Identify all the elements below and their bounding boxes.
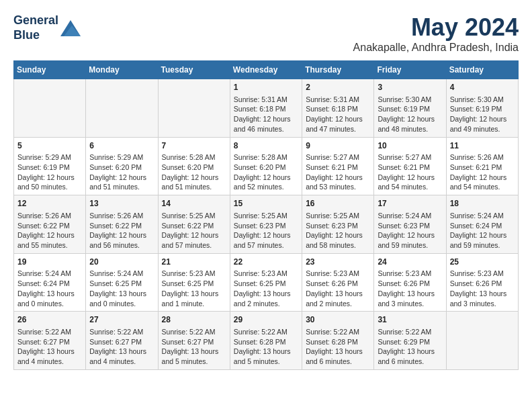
day-number: 14 <box>162 198 226 210</box>
day-info: Sunrise: 5:27 AM Sunset: 6:21 PM Dayligh… <box>306 153 363 191</box>
day-number: 12 <box>17 198 82 210</box>
day-info: Sunrise: 5:31 AM Sunset: 6:18 PM Dayligh… <box>306 95 363 133</box>
calendar-cell: 23Sunrise: 5:23 AM Sunset: 6:26 PM Dayli… <box>302 253 374 312</box>
calendar-week-row: 19Sunrise: 5:24 AM Sunset: 6:24 PM Dayli… <box>14 253 519 312</box>
day-number: 28 <box>162 314 226 326</box>
calendar-cell: 16Sunrise: 5:25 AM Sunset: 6:23 PM Dayli… <box>302 195 374 254</box>
day-number: 27 <box>89 314 154 326</box>
weekday-header-friday: Friday <box>374 61 446 79</box>
day-number: 1 <box>234 82 298 93</box>
calendar-cell: 5Sunrise: 5:29 AM Sunset: 6:19 PM Daylig… <box>14 137 86 195</box>
day-info: Sunrise: 5:22 AM Sunset: 6:27 PM Dayligh… <box>162 328 219 365</box>
calendar-cell: 1Sunrise: 5:31 AM Sunset: 6:18 PM Daylig… <box>230 79 302 138</box>
calendar-cell: 15Sunrise: 5:25 AM Sunset: 6:23 PM Dayli… <box>230 195 302 254</box>
day-number: 13 <box>89 198 154 210</box>
calendar-cell: 29Sunrise: 5:22 AM Sunset: 6:28 PM Dayli… <box>230 312 302 370</box>
day-info: Sunrise: 5:24 AM Sunset: 6:23 PM Dayligh… <box>378 212 435 249</box>
day-number: 20 <box>89 257 154 268</box>
day-info: Sunrise: 5:22 AM Sunset: 6:28 PM Dayligh… <box>234 328 291 365</box>
calendar-cell: 30Sunrise: 5:22 AM Sunset: 6:28 PM Dayli… <box>302 312 374 370</box>
day-info: Sunrise: 5:23 AM Sunset: 6:26 PM Dayligh… <box>306 269 363 307</box>
day-number: 10 <box>378 140 442 152</box>
logo-text: General Blue <box>13 13 58 42</box>
day-number: 6 <box>89 140 154 152</box>
day-number: 2 <box>306 82 370 93</box>
day-info: Sunrise: 5:29 AM Sunset: 6:19 PM Dayligh… <box>17 153 75 191</box>
day-info: Sunrise: 5:23 AM Sunset: 6:26 PM Dayligh… <box>378 269 435 307</box>
weekday-header-sunday: Sunday <box>14 61 86 79</box>
day-number: 3 <box>378 82 442 93</box>
day-info: Sunrise: 5:25 AM Sunset: 6:23 PM Dayligh… <box>234 212 291 249</box>
day-number: 30 <box>306 314 370 326</box>
calendar-cell: 18Sunrise: 5:24 AM Sunset: 6:24 PM Dayli… <box>446 195 518 254</box>
day-info: Sunrise: 5:25 AM Sunset: 6:23 PM Dayligh… <box>306 212 363 249</box>
day-number: 26 <box>17 314 82 326</box>
calendar-cell: 19Sunrise: 5:24 AM Sunset: 6:24 PM Dayli… <box>14 253 86 312</box>
day-info: Sunrise: 5:27 AM Sunset: 6:21 PM Dayligh… <box>378 153 435 191</box>
calendar-cell: 17Sunrise: 5:24 AM Sunset: 6:23 PM Dayli… <box>374 195 446 254</box>
day-info: Sunrise: 5:28 AM Sunset: 6:20 PM Dayligh… <box>162 153 219 191</box>
weekday-header-saturday: Saturday <box>446 61 518 79</box>
day-number: 29 <box>234 314 298 326</box>
day-number: 9 <box>306 140 370 152</box>
weekday-header-thursday: Thursday <box>302 61 374 79</box>
day-info: Sunrise: 5:24 AM Sunset: 6:25 PM Dayligh… <box>89 269 146 307</box>
calendar-cell: 8Sunrise: 5:28 AM Sunset: 6:20 PM Daylig… <box>230 137 302 195</box>
calendar-cell: 14Sunrise: 5:25 AM Sunset: 6:22 PM Dayli… <box>158 195 230 254</box>
day-number: 31 <box>378 314 442 326</box>
calendar-cell: 13Sunrise: 5:26 AM Sunset: 6:22 PM Dayli… <box>86 195 158 254</box>
calendar-cell <box>158 79 230 138</box>
day-info: Sunrise: 5:29 AM Sunset: 6:20 PM Dayligh… <box>89 153 146 191</box>
day-info: Sunrise: 5:23 AM Sunset: 6:26 PM Dayligh… <box>450 269 507 307</box>
day-info: Sunrise: 5:26 AM Sunset: 6:21 PM Dayligh… <box>450 153 507 191</box>
weekday-header-monday: Monday <box>86 61 158 79</box>
day-info: Sunrise: 5:26 AM Sunset: 6:22 PM Dayligh… <box>17 212 75 249</box>
calendar-cell: 11Sunrise: 5:26 AM Sunset: 6:21 PM Dayli… <box>446 137 518 195</box>
day-number: 25 <box>450 257 515 268</box>
day-info: Sunrise: 5:22 AM Sunset: 6:28 PM Dayligh… <box>306 328 363 365</box>
day-number: 7 <box>162 140 226 152</box>
day-info: Sunrise: 5:28 AM Sunset: 6:20 PM Dayligh… <box>234 153 291 191</box>
calendar-week-row: 1Sunrise: 5:31 AM Sunset: 6:18 PM Daylig… <box>14 79 519 138</box>
weekday-header-tuesday: Tuesday <box>158 61 230 79</box>
title-section: May 2024 Anakapalle, Andhra Pradesh, Ind… <box>353 13 519 54</box>
day-info: Sunrise: 5:22 AM Sunset: 6:29 PM Dayligh… <box>378 328 435 365</box>
calendar-cell: 21Sunrise: 5:23 AM Sunset: 6:25 PM Dayli… <box>158 253 230 312</box>
day-info: Sunrise: 5:31 AM Sunset: 6:18 PM Dayligh… <box>234 95 291 133</box>
day-info: Sunrise: 5:23 AM Sunset: 6:25 PM Dayligh… <box>162 269 219 307</box>
calendar-cell: 9Sunrise: 5:27 AM Sunset: 6:21 PM Daylig… <box>302 137 374 195</box>
calendar-cell: 10Sunrise: 5:27 AM Sunset: 6:21 PM Dayli… <box>374 137 446 195</box>
day-number: 15 <box>234 198 298 210</box>
calendar-cell: 28Sunrise: 5:22 AM Sunset: 6:27 PM Dayli… <box>158 312 230 370</box>
logo-icon <box>60 20 81 36</box>
day-info: Sunrise: 5:24 AM Sunset: 6:24 PM Dayligh… <box>17 269 75 307</box>
calendar-cell: 27Sunrise: 5:22 AM Sunset: 6:27 PM Dayli… <box>86 312 158 370</box>
calendar-cell <box>14 79 86 138</box>
day-number: 17 <box>378 198 442 210</box>
weekday-header-wednesday: Wednesday <box>230 61 302 79</box>
calendar-cell <box>446 312 518 370</box>
calendar-cell: 24Sunrise: 5:23 AM Sunset: 6:26 PM Dayli… <box>374 253 446 312</box>
weekday-header-row: SundayMondayTuesdayWednesdayThursdayFrid… <box>14 61 519 79</box>
day-info: Sunrise: 5:26 AM Sunset: 6:22 PM Dayligh… <box>89 212 146 249</box>
day-number: 24 <box>378 257 442 268</box>
day-number: 4 <box>450 82 515 93</box>
calendar-cell: 20Sunrise: 5:24 AM Sunset: 6:25 PM Dayli… <box>86 253 158 312</box>
day-number: 21 <box>162 257 226 268</box>
calendar-table: SundayMondayTuesdayWednesdayThursdayFrid… <box>13 60 519 370</box>
logo: General Blue <box>13 13 81 42</box>
day-info: Sunrise: 5:30 AM Sunset: 6:19 PM Dayligh… <box>450 95 507 133</box>
calendar-week-row: 26Sunrise: 5:22 AM Sunset: 6:27 PM Dayli… <box>14 312 519 370</box>
day-number: 22 <box>234 257 298 268</box>
day-number: 8 <box>234 140 298 152</box>
day-info: Sunrise: 5:23 AM Sunset: 6:25 PM Dayligh… <box>234 269 291 307</box>
page-header: General Blue May 2024 Anakapalle, Andhra… <box>13 13 519 54</box>
calendar-cell: 6Sunrise: 5:29 AM Sunset: 6:20 PM Daylig… <box>86 137 158 195</box>
calendar-cell: 25Sunrise: 5:23 AM Sunset: 6:26 PM Dayli… <box>446 253 518 312</box>
calendar-cell: 4Sunrise: 5:30 AM Sunset: 6:19 PM Daylig… <box>446 79 518 138</box>
day-number: 16 <box>306 198 370 210</box>
main-title: May 2024 <box>353 13 519 42</box>
day-info: Sunrise: 5:22 AM Sunset: 6:27 PM Dayligh… <box>89 328 146 365</box>
calendar-week-row: 12Sunrise: 5:26 AM Sunset: 6:22 PM Dayli… <box>14 195 519 254</box>
calendar-cell: 22Sunrise: 5:23 AM Sunset: 6:25 PM Dayli… <box>230 253 302 312</box>
